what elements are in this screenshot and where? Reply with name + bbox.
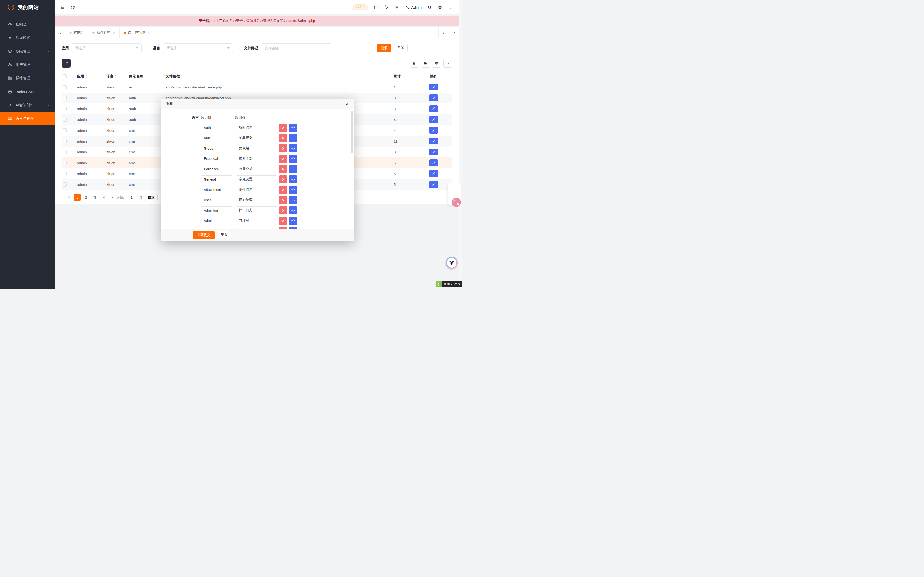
array-value-input[interactable] [236,185,277,194]
jump-page-input[interactable] [127,194,136,201]
refresh-table-button[interactable] [61,59,71,68]
array-key-input[interactable] [201,155,233,163]
sort-icon[interactable] [115,75,117,78]
edit-button[interactable] [429,138,438,145]
sidebar-item-general-settings[interactable]: 常规设置 [0,31,55,45]
refresh-icon[interactable] [71,5,75,10]
sidebar-item-plugins[interactable]: 插件管理 [0,71,55,85]
sidebar-item-ai-creation[interactable]: AI智能创作 [0,98,55,112]
tab-console[interactable]: 控制台 [65,27,88,38]
array-value-input[interactable] [236,175,277,184]
jump-confirm-button[interactable]: 确定 [145,194,158,201]
array-key-input[interactable] [201,124,233,132]
language-switch-icon[interactable] [384,5,389,10]
array-key-input[interactable] [201,144,233,152]
path-input[interactable] [262,43,331,53]
delete-row-button[interactable] [279,175,287,184]
app-select[interactable]: 请选择 [72,43,142,53]
reset-button[interactable]: 重置 [394,44,408,52]
sort-icon[interactable] [86,75,87,78]
array-key-input[interactable] [201,185,233,194]
array-value-input[interactable] [236,124,277,132]
move-row-button[interactable] [289,227,297,229]
array-value-input[interactable] [236,134,277,142]
delete-row-button[interactable] [279,124,287,132]
tabs-dropdown-icon[interactable] [449,27,459,38]
minimize-icon[interactable] [329,102,333,106]
close-icon[interactable] [345,102,349,106]
move-row-button[interactable] [289,185,297,194]
row-checkbox[interactable] [63,150,67,154]
page-2[interactable]: 2 [83,194,89,201]
zoom-search-button[interactable] [443,59,452,68]
row-checkbox[interactable] [63,139,67,143]
array-value-input[interactable] [236,196,277,204]
edit-button[interactable] [429,181,438,188]
page-4[interactable]: 4 [100,194,107,201]
array-key-input[interactable] [201,196,233,204]
row-checkbox[interactable] [63,172,67,176]
sidebar-item-permissions[interactable]: 权限管理 [0,45,55,58]
sidebar-item-language-packs[interactable]: 语言包管理 [0,112,55,125]
delete-row-button[interactable] [279,134,287,142]
prev-page-icon[interactable] [66,196,72,199]
home-icon[interactable] [373,5,378,10]
array-value-input[interactable] [236,217,277,225]
edit-button[interactable] [429,84,438,90]
delete-row-button[interactable] [279,185,287,194]
columns-filter-button[interactable] [410,59,418,68]
move-row-button[interactable] [289,165,297,173]
move-row-button[interactable] [289,124,297,132]
delete-row-button[interactable] [279,155,287,163]
next-page-icon[interactable] [110,196,115,199]
row-checkbox[interactable] [63,107,67,111]
delete-row-button[interactable] [279,217,287,225]
move-row-button[interactable] [289,196,297,204]
dialog-scrollbar[interactable] [351,111,353,153]
array-key-input[interactable] [201,165,233,173]
row-checkbox[interactable] [63,128,67,132]
export-button[interactable] [421,59,430,68]
print-button[interactable] [432,59,441,68]
sidebar-item-users[interactable]: 用户管理 [0,58,55,71]
edit-button[interactable] [429,170,438,177]
col-header-app[interactable]: 应用 [73,71,102,82]
lang-select[interactable]: 请选择 [163,43,233,53]
maximize-icon[interactable] [338,102,341,106]
logo[interactable]: 我的网站 [0,0,55,15]
row-checkbox[interactable] [63,85,67,89]
clear-cache-icon[interactable] [395,5,399,10]
brand-fab[interactable] [446,257,458,269]
move-row-button[interactable] [289,206,297,214]
sidebar-item-badoucms[interactable]: BadouCMS [0,85,55,98]
page-trace-badge[interactable]: 0.017545s [436,281,462,287]
delete-row-button[interactable] [279,196,287,204]
edit-button[interactable] [429,116,438,123]
fullscreen-icon[interactable] [438,5,442,10]
move-row-button[interactable] [289,175,297,184]
tab-close-icon[interactable]: × [113,31,115,35]
row-checkbox[interactable] [63,96,67,100]
col-header-lang[interactable]: 语言 [102,71,125,82]
array-key-input[interactable] [201,227,233,229]
submit-button[interactable]: 立即提交 [193,231,215,239]
delete-row-button[interactable] [279,144,287,152]
tab-plugins[interactable]: 插件管理 × [88,27,120,38]
tabs-scroll-right-icon[interactable] [438,27,449,38]
row-checkbox[interactable] [63,182,67,187]
delete-row-button[interactable] [279,165,287,173]
select-all-checkbox[interactable] [63,74,67,78]
dialog-reset-button[interactable]: 重置 [218,231,231,239]
translate-fab[interactable]: 中A [452,198,461,207]
tab-language-packs[interactable]: 语言包管理 × [120,27,154,38]
array-value-input[interactable] [236,227,277,229]
user-menu[interactable]: Admin [405,5,422,10]
sidebar-item-dashboard[interactable]: 控制台 [0,18,55,31]
search-button[interactable]: 搜索 [376,44,391,52]
tabs-scroll-left-icon[interactable] [55,27,65,38]
array-key-input[interactable] [201,134,233,142]
array-value-input[interactable] [236,165,277,173]
edit-button[interactable] [429,160,438,166]
edit-button[interactable] [429,105,438,112]
array-value-input[interactable] [236,206,277,214]
